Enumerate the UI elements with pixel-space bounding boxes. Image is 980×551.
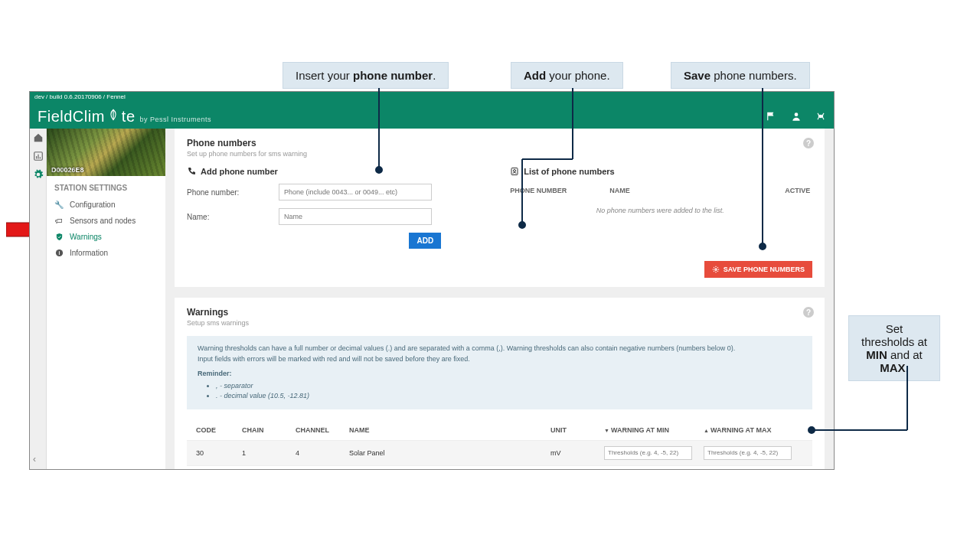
svg-text:i: i: [58, 250, 60, 256]
user-icon[interactable]: [791, 111, 802, 122]
callout-thresholds: Set thresholds at MIN and at MAX.: [848, 315, 940, 381]
info-box: Warning thresholds can have a full numbe…: [187, 336, 812, 409]
warnings-table: CODE CHAIN CHANNEL NAME UNIT ▼WARNING AT…: [187, 420, 812, 470]
app-window: dev / build 0.6.20170906 / Fennel FieldC…: [29, 91, 835, 470]
app-header: FieldClim te by Pessl Instruments: [30, 104, 834, 129]
sidebar-title: STATION SETTINGS: [47, 176, 165, 197]
nav-warnings[interactable]: Warnings: [47, 229, 165, 245]
phone-sub: Set up phone numbers for sms warning: [187, 150, 812, 158]
list-header: List of phone numbers: [510, 167, 810, 176]
sidebar: D00026E8 STATION SETTINGS 🔧Configuration…: [47, 129, 165, 469]
list-empty: No phone numbers were added to the list.: [510, 197, 810, 223]
threshold-min-input[interactable]: [604, 446, 692, 460]
help-icon[interactable]: ?: [803, 307, 814, 318]
table-row: 3014Solar PanelmV: [187, 440, 812, 465]
rail-collapse-icon[interactable]: ‹: [33, 454, 36, 465]
svg-rect-5: [38, 155, 38, 159]
col-warning-min[interactable]: ▼WARNING AT MIN: [604, 426, 704, 434]
svg-point-11: [714, 269, 717, 271]
phone-title: Phone numbers: [187, 138, 812, 148]
main-content: ? Phone numbers Set up phone numbers for…: [165, 129, 834, 469]
save-phone-button[interactable]: SAVE PHONE NUMBERS: [704, 261, 812, 278]
callout-add: Add your phone.: [511, 62, 623, 89]
list-thead: PHONE NUMBER NAME ACTIVE: [510, 184, 810, 197]
contacts-icon: [510, 167, 519, 176]
nav-information[interactable]: iInformation: [47, 245, 165, 261]
station-id: D00026E8: [51, 166, 84, 174]
phone-input[interactable]: [279, 184, 432, 201]
logo-leaf-icon: [106, 108, 120, 122]
rail-settings-icon[interactable]: [32, 168, 44, 181]
callout-save: Save phone numbers.: [671, 62, 810, 89]
broadcast-icon[interactable]: [815, 111, 826, 122]
svg-point-10: [514, 170, 516, 172]
callout-insert: Insert your phone number.: [283, 62, 449, 89]
name-input[interactable]: [279, 208, 432, 225]
threshold-max-input[interactable]: [704, 446, 792, 460]
nav-rail: ‹: [30, 129, 47, 469]
label-name: Name:: [187, 213, 279, 221]
shield-check-icon: [54, 233, 64, 241]
flag-icon[interactable]: [766, 111, 777, 122]
svg-rect-6: [39, 157, 40, 158]
station-photo: D00026E8: [47, 129, 165, 176]
add-button[interactable]: ADD: [409, 233, 441, 249]
nav-sensors[interactable]: 🏷Sensors and nodes: [47, 213, 165, 229]
build-banner: dev / build 0.6.20170906 / Fennel: [30, 92, 834, 104]
tag-icon: 🏷: [54, 217, 64, 225]
wrench-icon: 🔧: [54, 201, 64, 209]
rail-home-icon[interactable]: [32, 132, 44, 144]
info-icon: i: [54, 249, 64, 257]
warnings-sub: Setup sms warnings: [187, 319, 812, 327]
warnings-title: Warnings: [187, 307, 812, 318]
nav-configuration[interactable]: 🔧Configuration: [47, 197, 165, 213]
phone-panel: ? Phone numbers Set up phone numbers for…: [175, 129, 825, 287]
label-phone: Phone number:: [187, 188, 279, 197]
table-row: 615Precipitationmm: [187, 465, 812, 470]
warnings-panel: ? Warnings Setup sms warnings Warning th…: [175, 298, 825, 469]
svg-rect-4: [36, 156, 37, 159]
gear-icon: [712, 266, 720, 273]
phone-icon: [187, 167, 196, 176]
help-icon[interactable]: ?: [803, 138, 814, 148]
rail-chart-icon[interactable]: [32, 150, 44, 162]
svg-point-2: [819, 115, 822, 118]
brand-logo: FieldClim te by Pessl Instruments: [38, 108, 211, 126]
col-warning-max[interactable]: ▲WARNING AT MAX: [704, 426, 803, 434]
svg-point-1: [795, 112, 799, 116]
add-phone-header: Add phone number: [187, 167, 487, 176]
